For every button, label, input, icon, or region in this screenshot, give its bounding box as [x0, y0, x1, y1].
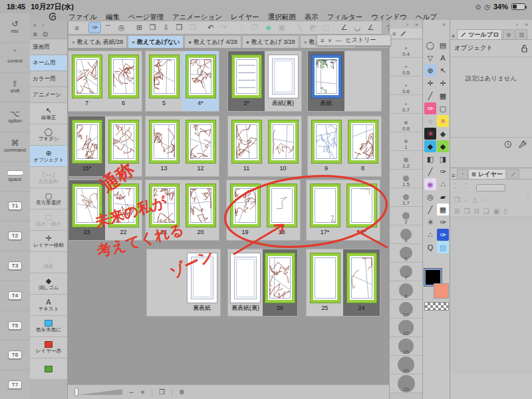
history-settings-icon[interactable] — [504, 140, 512, 148]
brush-size-12[interactable]: 12 — [390, 319, 422, 337]
modifier-key-T1[interactable]: T1 — [0, 192, 30, 221]
page-thumb-21[interactable]: 21 — [146, 180, 182, 240]
ellipse-select-icon[interactable]: ◌ — [424, 115, 436, 127]
flower-dark-brush-icon[interactable]: ✳ — [424, 128, 436, 140]
modifier-key-T2[interactable]: T2 — [0, 221, 30, 250]
merge-layer-icon[interactable]: ❏ — [483, 207, 489, 215]
move-tool-icon[interactable]: ✛ — [437, 77, 449, 89]
page-spread[interactable]: 76 — [68, 51, 142, 112]
brush-tool-icon[interactable]: ╱ — [424, 203, 436, 215]
modifier-key-T5[interactable]: T5 — [0, 311, 30, 340]
page-spread[interactable]: 17*16* — [306, 180, 380, 241]
page-spread[interactable]: 2322 — [68, 180, 142, 241]
workspace-preset[interactable]: 漫画用 — [30, 39, 67, 55]
blend-mode-stepper[interactable]: ˆˇ — [454, 184, 456, 192]
unlock-icon[interactable] — [521, 45, 528, 53]
zoom-slider[interactable] — [74, 388, 122, 396]
redo-icon[interactable]: ↷ — [217, 22, 230, 33]
polyline2-icon[interactable]: ∠ — [364, 22, 377, 33]
pen2-tool-icon[interactable]: ✑ — [437, 216, 449, 228]
page-manager-canvas[interactable]: 7654*3*表紙(裏)表紙15*14131211109823222120191… — [68, 48, 389, 384]
polyline-icon[interactable]: ∠ — [338, 22, 350, 33]
history-menu-icon[interactable]: ≡ — [321, 37, 324, 44]
pen-tool-icon[interactable]: ✑ — [437, 166, 449, 178]
tab-layer-property[interactable] — [507, 169, 519, 179]
document-tab-1[interactable]: ×教えてあ 表紙/28 — [68, 35, 127, 48]
tab-modified-dot-icon[interactable]: ● — [188, 39, 192, 45]
page-thumb-23[interactable]: 23 — [68, 180, 105, 240]
airbrush-icon[interactable]: ∴ — [437, 178, 449, 190]
page-thumb-表紙(裏)[interactable]: 表紙(裏) — [265, 51, 301, 111]
object-tool-icon[interactable]: ⊕ — [424, 65, 436, 76]
opacity-stepper[interactable]: ˆˇ — [465, 184, 466, 192]
tab-close-icon[interactable]: × — [132, 39, 135, 45]
tab-close-icon[interactable]: × — [304, 39, 307, 45]
page-thumb-18[interactable]: 18 — [263, 180, 300, 240]
wrench-icon[interactable] — [519, 140, 527, 148]
subtool-search-icon[interactable]: ⊙ — [43, 31, 48, 38]
modifier-key-T7[interactable]: T7 — [0, 370, 30, 399]
tab-modified-dot-icon[interactable]: ● — [246, 39, 249, 45]
history-close-icon[interactable]: × — [328, 37, 331, 44]
brush-size-4[interactable]: 4 — [390, 225, 422, 244]
tab-layer[interactable]: ≋レイヤー — [468, 169, 506, 179]
page-thumb-20[interactable]: 20 — [182, 180, 219, 240]
balloon-tool[interactable]: ◯フキダシ — [30, 124, 67, 146]
panel-chevrons-icon[interactable]: » — [415, 21, 418, 28]
flip-horizontal-tool[interactable]: ▷◁左右反転 — [30, 167, 67, 188]
sub-color-swatch[interactable] — [434, 283, 449, 299]
brush-size-5[interactable]: 5 — [390, 244, 422, 263]
undo-icon[interactable]: ↶ — [204, 22, 217, 33]
sky-pattern-icon[interactable]: ▨ — [437, 241, 449, 253]
lock-layer-icon[interactable]: △ — [472, 196, 477, 203]
flip-view-icon[interactable]: ▤ — [437, 39, 449, 51]
pen-blue-icon[interactable]: ✑ — [437, 229, 449, 241]
curve-icon[interactable]: ◡ — [351, 22, 364, 33]
clip-layer-icon[interactable]: ❐ — [454, 196, 460, 203]
panel-chevrons-icon[interactable]: » — [442, 21, 446, 28]
line-mode-icon[interactable]: ╲ — [293, 22, 306, 33]
blend-tool-icon[interactable]: ◎ — [424, 191, 436, 203]
modifier-key-control[interactable]: ˆcontrol — [0, 43, 30, 72]
layer-color-icon[interactable]: ∷ — [481, 196, 485, 203]
page-thumb-3*[interactable]: 3* — [228, 51, 265, 111]
page-spread[interactable]: 1918 — [226, 180, 301, 241]
text-tool-icon[interactable]: A — [437, 52, 449, 64]
page-thumb-22[interactable]: 22 — [105, 180, 142, 240]
page-thumb-11[interactable]: 11 — [228, 116, 265, 176]
eraser-wedge-icon[interactable]: ◆ — [437, 128, 449, 140]
collapse-panel-icon[interactable]: « — [33, 22, 37, 29]
transfer-layer-icon[interactable]: ⊟ — [473, 207, 479, 215]
modifier-key-option[interactable]: ⌥option — [0, 102, 30, 131]
modifier-key-command[interactable]: ⌘command — [0, 132, 30, 161]
tab-cloud[interactable]: ◔ — [457, 169, 467, 179]
brush-size-20[interactable]: 20 — [390, 356, 422, 374]
fill-green-icon[interactable]: ◆ — [437, 140, 449, 152]
toolbar-menu-icon[interactable]: ≡ — [70, 22, 83, 33]
page-spread[interactable]: 15*14 — [68, 116, 142, 177]
fill-bucket-icon[interactable]: ◆ — [262, 22, 275, 33]
csp-logo-small-icon[interactable]: ◎ — [115, 22, 128, 33]
page-spread[interactable]: 2120 — [145, 180, 219, 241]
page-thumb-12[interactable]: 12 — [182, 116, 219, 176]
page-thumb-14[interactable]: 14 — [105, 116, 142, 176]
frame-border-icon[interactable]: ▦ — [437, 203, 449, 215]
tab-material[interactable]: ▦ — [515, 29, 528, 39]
page-thumb-7[interactable]: 7 — [68, 51, 105, 111]
gradient-icon[interactable]: ◧ — [424, 153, 436, 165]
shape-mode-icon[interactable]: ▢ — [320, 22, 332, 33]
text-tool[interactable]: Aテキスト — [30, 295, 67, 316]
page-spread[interactable]: 98 — [307, 116, 382, 177]
brush-size-0.5[interactable]: 0.5 — [390, 58, 422, 76]
page-spread[interactable]: 2524 — [306, 249, 380, 317]
panel-chevrons-icon[interactable]: » — [525, 21, 528, 28]
page-thumb-13[interactable]: 13 — [146, 116, 182, 176]
open-file-icon[interactable]: ❐ — [146, 22, 159, 33]
line-tool-icon[interactable]: ╱ — [424, 90, 436, 102]
size-panel-menu-icon[interactable]: ≡ — [392, 31, 396, 37]
page-spread[interactable]: 表紙 — [307, 51, 382, 112]
airbrush2-icon[interactable]: ∴ — [424, 229, 436, 241]
page-thumb-6[interactable]: 6 — [105, 51, 142, 111]
brush-size-1.5[interactable]: 1.5 — [390, 170, 422, 188]
page-thumb-26[interactable]: 26 — [263, 249, 297, 316]
